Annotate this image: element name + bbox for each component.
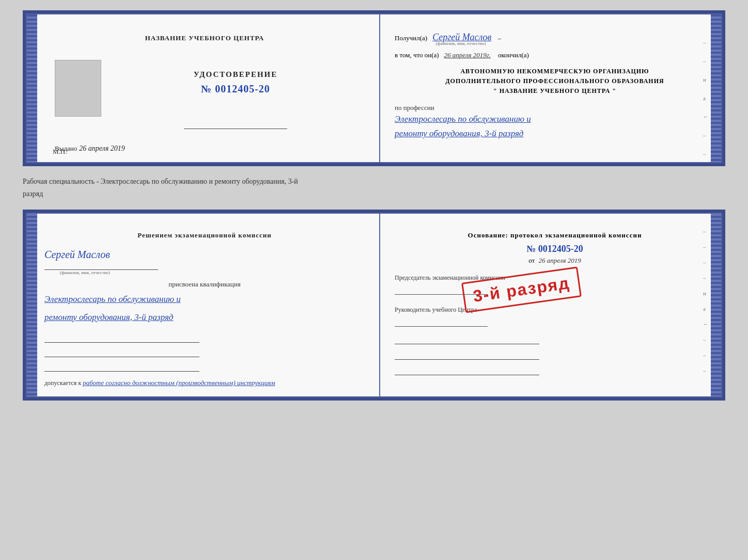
signature-line: [184, 120, 287, 129]
fio-sub-2: (фамилия, имя, отчество): [60, 270, 110, 275]
in-that-label: в том, что он(а): [395, 51, 439, 59]
mark2-dash4: –: [703, 275, 709, 281]
decision-title: Решением экзаменационной комиссии: [44, 231, 365, 239]
org-line2: ДОПОЛНИТЕЛЬНОГО ПРОФЕССИОНАЛЬНОГО ОБРАЗО…: [395, 76, 715, 86]
extra-line-1: [395, 335, 539, 344]
document-1: НАЗВАНИЕ УЧЕБНОГО ЦЕНТРА УДОСТОВЕРЕНИЕ №…: [23, 10, 725, 166]
mark2-dash1: –: [703, 228, 709, 234]
org-line1: АВТОНОМНУЮ НЕКОММЕРЧЕСКУЮ ОРГАНИЗАЦИЮ: [395, 67, 715, 76]
person-name: Сергей Маслов: [44, 249, 110, 261]
mark2-dash5: –: [703, 337, 709, 343]
left-spine: [26, 13, 37, 163]
mark2-dash7: –: [703, 367, 709, 374]
finished-label: окончил(а): [498, 51, 529, 59]
mark-dash4: –: [703, 151, 709, 157]
mark-a: а: [703, 95, 709, 101]
from-date: 26 апреля 2019: [539, 257, 581, 264]
issue-date: 26 апреля 2019: [79, 145, 124, 153]
mark-dash2: –: [703, 58, 709, 64]
extra-line-3: [395, 366, 539, 375]
protocol-number: № 0012405-20: [395, 244, 715, 254]
dash: –: [497, 34, 501, 42]
sig-line-3: [44, 362, 199, 372]
mark2-i: и: [703, 290, 709, 296]
allowed-text: работе согласно должностным (производств…: [83, 379, 275, 387]
doc1-right-page: – – и а ← – – Получил(а) Сергей Маслов (…: [380, 13, 722, 163]
left-spine-2: [26, 213, 37, 397]
right-marks: – – и а ← – –: [703, 39, 709, 157]
doc2-right-page: – – – – и а ← – – – Основание: протокол …: [380, 213, 722, 397]
mark2-arrow: ←: [703, 321, 709, 327]
extra-line-2: [395, 350, 539, 360]
basis-title: Основание: протокол экзаменационной коми…: [395, 231, 715, 239]
mark2-a: а: [703, 306, 709, 312]
name-underline: [44, 261, 158, 270]
mark2-dash3: –: [703, 259, 709, 265]
assigned-label: присвоена квалификация: [44, 280, 365, 289]
received-label: Получил(а): [395, 34, 427, 42]
between-text-container: Рабочая специальность - Электрослесарь п…: [23, 175, 725, 200]
profession-text2: ремонту оборудования, 3-й разряд: [395, 126, 715, 141]
mark2-dash2: –: [703, 244, 709, 250]
doc1-left-page: НАЗВАНИЕ УЧЕБНОГО ЦЕНТРА УДОСТОВЕРЕНИЕ №…: [37, 13, 380, 163]
document-2: Решением экзаменационной комиссии Сергей…: [23, 210, 725, 401]
between-text-line2: разряд: [23, 188, 725, 200]
allowed-label: допускается к: [44, 379, 81, 387]
mark-i: и: [703, 76, 709, 83]
mark-arrow: ←: [703, 114, 709, 120]
cert-label: УДОСТОВЕРЕНИЕ: [194, 70, 278, 79]
profession-text1: Электрослесарь по обслуживанию и: [395, 112, 715, 127]
fio-subtitle: (фамилия, имя, отчество): [430, 41, 491, 46]
mark2-dash6: –: [703, 352, 709, 358]
org-line3: " НАЗВАНИЕ УЧЕБНОГО ЦЕНТРА ": [395, 86, 715, 96]
cert-number: № 0012405-20: [201, 83, 270, 95]
director-sig-line: [395, 317, 488, 327]
qual-text1: Электрослесарь по обслуживанию и: [44, 292, 365, 308]
school-title-left: НАЗВАНИЕ УЧЕБНОГО ЦЕНТРА: [44, 34, 365, 42]
director-label: Руководитель учебного Центра: [395, 305, 715, 314]
sig-line-1: [44, 333, 199, 343]
photo-placeholder: [55, 60, 101, 117]
doc2-left-page: Решением экзаменационной комиссии Сергей…: [37, 213, 380, 397]
from-label: от: [528, 257, 535, 264]
profession-label: по профессии: [395, 104, 715, 112]
sig-line-2: [44, 348, 199, 357]
right-marks-2: – – – – и а ← – – –: [703, 228, 709, 374]
right-spine-2: [711, 213, 722, 397]
completion-date: 26 апреля 2019г.: [444, 51, 491, 59]
between-text-line1: Рабочая специальность - Электрослесарь п…: [23, 175, 725, 188]
right-spine: [711, 13, 722, 163]
mark-dash1: –: [703, 39, 709, 45]
mp-label: М.П.: [53, 148, 67, 156]
mark-dash3: –: [703, 132, 709, 138]
qual-text2: ремонту оборудования, 3-й разряд: [44, 310, 365, 326]
